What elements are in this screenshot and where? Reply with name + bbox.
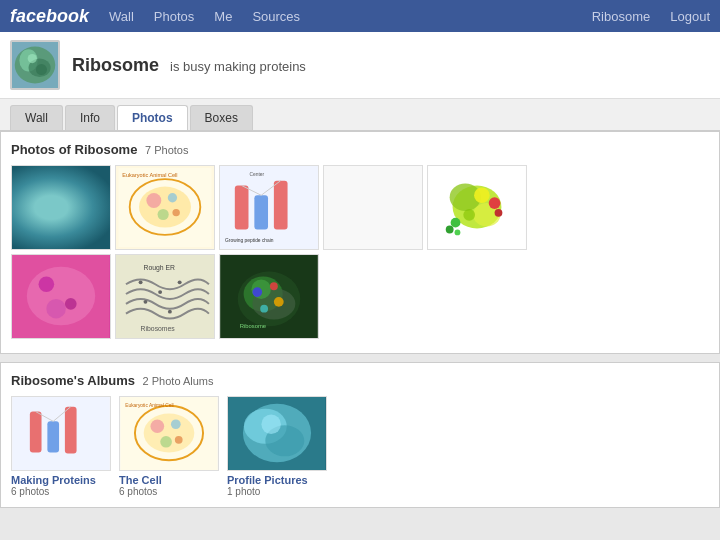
photo-grid-row1: Eukaryotic Animal Cell Growing peptide c… <box>11 165 709 250</box>
profile-info: Ribosome is busy making proteins <box>72 55 306 76</box>
album-title-making-proteins[interactable]: Making Proteins <box>11 474 111 486</box>
svg-rect-56 <box>30 412 42 453</box>
svg-point-11 <box>172 209 179 216</box>
tab-info[interactable]: Info <box>65 105 115 130</box>
svg-rect-55 <box>12 397 109 470</box>
svg-point-4 <box>36 64 47 75</box>
photo-thumb-8[interactable]: Ribosome <box>219 254 319 339</box>
svg-point-26 <box>463 209 475 221</box>
svg-point-65 <box>171 419 181 429</box>
album-title-the-cell[interactable]: The Cell <box>119 474 219 486</box>
album-grid: Making Proteins 6 photos Eukaryotic Anim… <box>11 396 709 497</box>
profile-name: Ribosome <box>72 55 159 75</box>
album-profile-pictures[interactable]: Profile Pictures 1 photo <box>227 396 327 497</box>
nav-links: Wall Photos Me Sources <box>109 9 592 24</box>
albums-section-title: Ribosome's Albums 2 Photo Alums <box>11 373 709 388</box>
navbar: facebook Wall Photos Me Sources Ribosome… <box>0 0 720 32</box>
photo-thumb-7[interactable]: Ribosomes Rough ER <box>115 254 215 339</box>
svg-point-30 <box>446 226 454 234</box>
photo-grid-row2: Ribosomes Rough ER Ribosome <box>11 254 709 339</box>
photo-thumb-1[interactable] <box>11 165 111 250</box>
svg-point-67 <box>175 436 183 444</box>
photos-section-title: Photos of Ribosome 7 Photos <box>11 142 709 157</box>
album-thumb-profile <box>227 396 327 471</box>
svg-point-8 <box>146 193 161 208</box>
album-count-the-cell: 6 photos <box>119 486 219 497</box>
svg-text:Eukaryotic Animal Cell: Eukaryotic Animal Cell <box>125 403 173 408</box>
svg-rect-58 <box>65 407 77 454</box>
tab-wall[interactable]: Wall <box>10 105 63 130</box>
photo-thumb-5[interactable] <box>427 165 527 250</box>
svg-point-39 <box>158 290 162 294</box>
svg-text:Growing peptide chain: Growing peptide chain <box>225 238 274 243</box>
photo-thumb-2[interactable]: Eukaryotic Animal Cell <box>115 165 215 250</box>
album-the-cell[interactable]: Eukaryotic Animal Cell The Cell 6 photos <box>119 396 219 497</box>
svg-text:Ribosome: Ribosome <box>240 323 266 329</box>
nav-wall[interactable]: Wall <box>109 9 134 24</box>
svg-point-64 <box>151 419 165 433</box>
albums-section: Ribosome's Albums 2 Photo Alums Making P… <box>0 362 720 508</box>
svg-text:Ribosomes: Ribosomes <box>141 325 176 332</box>
albums-count: 2 Photo Alums <box>143 375 214 387</box>
svg-text:Rough ER: Rough ER <box>144 264 176 272</box>
tab-boxes[interactable]: Boxes <box>190 105 253 130</box>
nav-username[interactable]: Ribosome <box>592 9 651 24</box>
svg-point-52 <box>274 297 284 307</box>
profile-header: Ribosome is busy making proteins <box>0 32 720 99</box>
svg-point-41 <box>144 300 148 304</box>
svg-rect-16 <box>274 181 288 230</box>
svg-point-66 <box>160 436 172 448</box>
svg-point-38 <box>139 280 143 284</box>
svg-point-34 <box>39 276 55 292</box>
svg-text:Center: Center <box>249 172 264 177</box>
profile-avatar <box>10 40 60 90</box>
svg-point-36 <box>46 299 66 319</box>
svg-point-73 <box>261 415 280 434</box>
brand-logo[interactable]: facebook <box>10 6 89 27</box>
svg-rect-14 <box>235 186 249 230</box>
profile-status: is busy making proteins <box>170 59 306 74</box>
svg-point-25 <box>474 187 490 203</box>
svg-point-7 <box>139 187 191 228</box>
svg-point-3 <box>28 54 37 63</box>
album-making-proteins[interactable]: Making Proteins 6 photos <box>11 396 111 497</box>
svg-point-51 <box>270 282 278 290</box>
nav-sources[interactable]: Sources <box>252 9 300 24</box>
tab-bar: Wall Info Photos Boxes <box>0 99 720 131</box>
svg-point-42 <box>168 310 172 314</box>
svg-point-10 <box>158 209 169 220</box>
nav-right: Ribosome Logout <box>592 9 710 24</box>
album-thumb-the-cell: Eukaryotic Animal Cell <box>119 396 219 471</box>
svg-point-40 <box>178 280 182 284</box>
nav-logout[interactable]: Logout <box>670 9 710 24</box>
svg-point-9 <box>168 193 177 202</box>
svg-point-29 <box>451 218 461 228</box>
svg-point-50 <box>252 287 262 297</box>
album-count-making-proteins: 6 photos <box>11 486 111 497</box>
nav-me[interactable]: Me <box>214 9 232 24</box>
svg-point-53 <box>260 305 268 313</box>
svg-rect-15 <box>254 195 268 229</box>
photo-thumb-3[interactable]: Growing peptide chain Center <box>219 165 319 250</box>
album-title-profile-pictures[interactable]: Profile Pictures <box>227 474 327 486</box>
svg-point-31 <box>455 229 461 235</box>
photo-thumb-6[interactable] <box>11 254 111 339</box>
nav-photos[interactable]: Photos <box>154 9 194 24</box>
album-count-profile-pictures: 1 photo <box>227 486 327 497</box>
svg-rect-57 <box>47 421 59 452</box>
album-thumb-making-proteins <box>11 396 111 471</box>
photos-count: 7 Photos <box>145 144 188 156</box>
tab-photos[interactable]: Photos <box>117 105 188 130</box>
photo-thumb-4[interactable] <box>323 165 423 250</box>
svg-point-28 <box>495 209 503 217</box>
svg-point-35 <box>65 298 77 310</box>
svg-text:Eukaryotic Animal Cell: Eukaryotic Animal Cell <box>122 172 177 178</box>
svg-point-27 <box>489 197 501 209</box>
photos-section: Photos of Ribosome 7 Photos Eukaryotic A… <box>0 131 720 354</box>
